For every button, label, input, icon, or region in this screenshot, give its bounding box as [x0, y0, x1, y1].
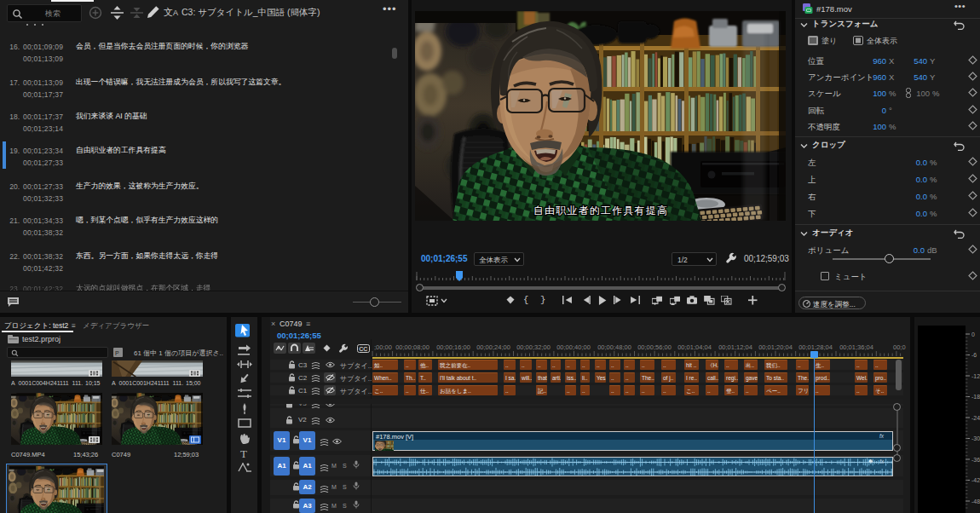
svg-text:}: } — [540, 295, 545, 304]
svg-text:P: P — [115, 350, 119, 356]
svg-text:00;00;56;00: 00;00;56;00 — [637, 343, 672, 351]
svg-text:0: 0 — [971, 331, 975, 337]
svg-text:-42: -42 — [971, 477, 980, 483]
svg-text:-24: -24 — [971, 415, 980, 421]
svg-text:{: { — [523, 295, 528, 304]
svg-text:-6: -6 — [971, 352, 977, 358]
svg-text:00;01;36;04: 00;01;36;04 — [839, 343, 873, 351]
svg-text:;00;00: ;00;00 — [374, 343, 392, 351]
svg-text:00;01;20;04: 00;01;20;04 — [758, 343, 793, 351]
svg-text:-12: -12 — [971, 373, 980, 379]
svg-text:00;00;32;00: 00;00;32;00 — [516, 343, 551, 351]
svg-text:00;00;16;00: 00;00;16;00 — [436, 343, 470, 351]
svg-text:00;00;48;00: 00;00;48;00 — [597, 343, 631, 351]
svg-text:-30: -30 — [971, 435, 980, 441]
svg-text:00;00;24;00: 00;00;24;00 — [476, 343, 510, 351]
svg-text:00;01;28;04: 00;01;28;04 — [798, 343, 833, 351]
svg-text:-18: -18 — [971, 394, 980, 400]
svg-text:00;0: 00;0 — [893, 343, 906, 351]
svg-text:T: T — [240, 447, 247, 460]
svg-text:00;00;08;00: 00;00;08;00 — [395, 343, 429, 351]
svg-text:00;01;04;04: 00;01;04;04 — [677, 343, 712, 351]
svg-text:-36: -36 — [971, 457, 980, 463]
svg-text:自由职业者的工作具有提高: 自由职业者的工作具有提高 — [533, 205, 668, 216]
svg-text:-48: -48 — [971, 499, 980, 504]
svg-text:00;01;12;04: 00;01;12;04 — [718, 343, 752, 351]
svg-text:00;00;40;00: 00;00;40;00 — [556, 343, 591, 351]
